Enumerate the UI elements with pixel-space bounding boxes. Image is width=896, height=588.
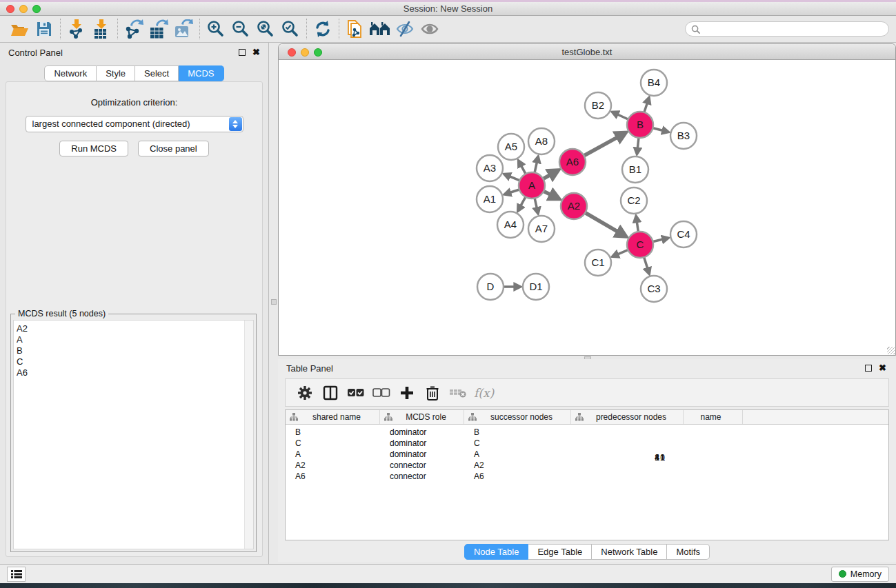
column-header-mcds-role[interactable]: MCDS role [380, 410, 464, 424]
table-cell[interactable]: A6 [286, 472, 380, 481]
close-panel-icon[interactable]: ✖ [252, 49, 260, 56]
column-header-shared-name[interactable]: shared name [286, 410, 380, 424]
add-column-plus-icon[interactable] [397, 383, 417, 403]
zoom-fit-icon[interactable] [253, 18, 278, 40]
dropdown-stepper-icon [229, 117, 242, 131]
toolbar-separator [117, 19, 118, 39]
table-panel-title: Table Panel [286, 363, 865, 374]
zoom-in-icon[interactable] [203, 18, 228, 40]
zoom-selected-icon[interactable] [278, 18, 303, 40]
minimize-window-button[interactable] [19, 5, 28, 13]
table-row[interactable]: Cdominator41C [286, 438, 888, 449]
network-window-title: testGlobe.txt [279, 47, 895, 57]
splitter-grip[interactable] [271, 299, 277, 305]
main-toolbar [0, 16, 896, 43]
tab-network[interactable]: Network [44, 65, 97, 81]
resize-grip-icon[interactable] [887, 347, 895, 354]
search-field[interactable] [685, 21, 889, 37]
table-cell[interactable]: 1 [564, 453, 676, 540]
table-cell[interactable]: A [464, 449, 524, 459]
tab-mcds[interactable]: MCDS [179, 65, 223, 81]
show-all-eye-icon[interactable] [417, 18, 442, 40]
first-neighbors-icon[interactable] [368, 18, 392, 40]
column-type-icon [468, 413, 477, 421]
network-canvas[interactable]: AA1A2A3A4A5A6A7A8BB1B2B3B4CC1C2C3C4DD1 [279, 60, 895, 355]
delete-table-icon[interactable] [448, 383, 468, 403]
table-cell[interactable]: A6 [464, 472, 524, 481]
graph-node-label: A2 [568, 200, 580, 212]
table-cell[interactable]: B [464, 427, 524, 437]
function-builder-icon[interactable]: f(x) [474, 386, 494, 400]
vertical-splitter[interactable] [270, 43, 278, 564]
select-all-icon[interactable] [346, 383, 366, 403]
table-row[interactable]: A6connector11A6 [286, 471, 888, 482]
table-cell[interactable]: A [286, 449, 380, 459]
refresh-icon[interactable] [310, 18, 335, 40]
tab-style[interactable]: Style [97, 65, 135, 81]
zoom-window-button[interactable] [32, 5, 41, 13]
table-cell[interactable]: C [286, 438, 380, 448]
result-list-item[interactable]: A6 [14, 367, 253, 378]
zoom-out-icon[interactable] [228, 18, 253, 40]
hide-selected-eye-slash-icon[interactable] [392, 18, 417, 40]
network-minimize-button[interactable] [301, 48, 309, 57]
import-table-icon[interactable] [89, 18, 114, 40]
column-header-name[interactable]: name [684, 410, 743, 424]
task-history-button[interactable] [7, 567, 26, 582]
tab-select[interactable]: Select [135, 65, 179, 81]
table-cell[interactable]: A2 [286, 460, 380, 470]
float-panel-icon[interactable] [239, 49, 246, 56]
optimization-criterion-label: Optimization criterion: [6, 97, 262, 108]
column-header-successor-nodes[interactable]: successor nodes [464, 410, 571, 424]
tab-edge-table[interactable]: Edge Table [528, 544, 592, 560]
status-bar: Memory [0, 564, 896, 583]
column-header-predecessor-nodes[interactable]: predecessor nodes [571, 410, 684, 424]
result-list-scrollbar[interactable] [244, 321, 253, 549]
save-session-icon[interactable] [32, 18, 57, 40]
close-window-button[interactable] [6, 5, 14, 13]
delete-column-trash-icon[interactable] [423, 383, 442, 403]
column-chooser-icon[interactable] [321, 383, 340, 403]
table-cell[interactable]: connector [380, 460, 464, 470]
table-cell[interactable]: dominator [380, 427, 464, 437]
result-list-item[interactable]: C [14, 356, 253, 367]
result-list-item[interactable]: B [14, 345, 253, 356]
mcds-result-title: MCDS result (5 nodes) [15, 309, 108, 318]
network-close-button[interactable] [288, 48, 296, 57]
network-zoom-button[interactable] [314, 48, 322, 57]
result-list-item[interactable]: A2 [14, 323, 253, 334]
network-window-title-bar: testGlobe.txt [279, 44, 895, 60]
memory-button[interactable]: Memory [831, 567, 889, 582]
new-network-from-selection-icon[interactable] [343, 18, 368, 40]
search-input[interactable] [704, 24, 883, 34]
graph-node-label: A8 [535, 135, 548, 147]
close-panel-icon[interactable]: ✖ [879, 365, 886, 372]
column-type-icon [290, 413, 298, 421]
table-cell[interactable]: A2 [464, 460, 524, 470]
export-network-icon[interactable] [121, 18, 146, 40]
result-list-item[interactable]: A [14, 334, 253, 345]
float-panel-icon[interactable] [865, 365, 872, 372]
table-row[interactable]: Bdominator41B [286, 427, 888, 438]
export-table-icon[interactable] [146, 18, 171, 40]
table-cell[interactable]: B [286, 427, 380, 437]
table-cell[interactable]: dominator [380, 438, 464, 448]
run-mcds-button[interactable]: Run MCDS [59, 141, 128, 156]
graph-node-label: C4 [677, 228, 690, 240]
close-panel-button[interactable]: Close panel [138, 141, 209, 156]
tab-node-table[interactable]: Node Table [464, 544, 529, 560]
table-cell[interactable]: dominator [380, 449, 464, 459]
mcds-result-list[interactable]: A2ABCA6 [13, 320, 254, 549]
export-image-icon[interactable] [171, 18, 196, 40]
tab-motifs[interactable]: Motifs [667, 544, 710, 560]
import-network-icon[interactable] [64, 18, 89, 40]
tab-network-table[interactable]: Network Table [592, 544, 667, 560]
optimization-criterion-select[interactable]: largest connected component (directed) [26, 116, 243, 132]
graph-node-label: C1 [591, 256, 604, 268]
table-cell[interactable]: connector [380, 472, 464, 481]
open-session-icon[interactable] [7, 18, 32, 40]
table-cell[interactable]: C [464, 438, 524, 448]
toolbar-separator [60, 19, 61, 39]
deselect-all-icon[interactable] [372, 383, 391, 403]
table-settings-gear-icon[interactable] [295, 383, 315, 403]
